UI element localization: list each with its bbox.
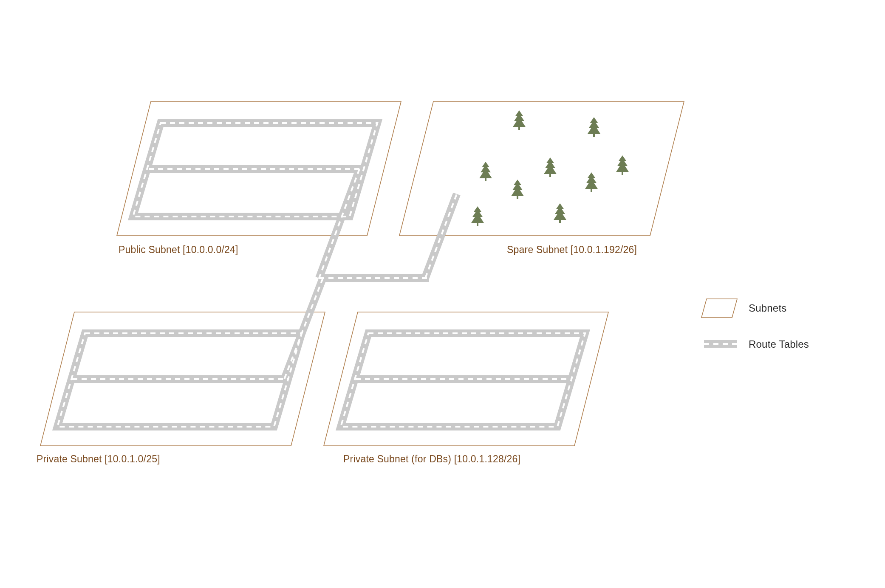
label-private-db-subnet: Private Subnet (for DBs) [10.0.1.128/26] — [343, 453, 520, 465]
diagram-canvas — [0, 0, 885, 588]
road-connectors — [284, 169, 463, 379]
legend-subnets-label: Subnets — [749, 302, 786, 314]
label-private-subnet: Private Subnet [10.0.1.0/25] — [37, 453, 160, 465]
subnet-spare — [399, 101, 684, 236]
label-public-subnet: Public Subnet [10.0.0.0/24] — [119, 244, 238, 256]
legend-route-tables-label: Route Tables — [749, 338, 809, 350]
legend-subnet-swatch — [701, 299, 737, 318]
legend — [701, 299, 737, 344]
spare-trees — [471, 110, 629, 226]
label-spare-subnet: Spare Subnet [10.0.1.192/26] — [507, 244, 637, 256]
